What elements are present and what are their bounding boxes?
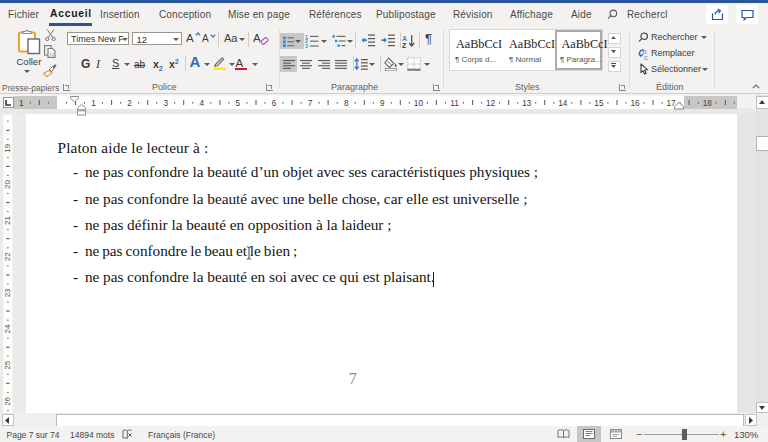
svg-text:7: 7 (308, 98, 313, 107)
svg-text:15: 15 (594, 98, 604, 107)
svg-text:21: 21 (3, 215, 12, 224)
svg-text:A: A (402, 34, 407, 41)
svg-text:16: 16 (630, 98, 640, 107)
svg-text:11: 11 (450, 98, 459, 107)
svg-text:4: 4 (200, 98, 205, 107)
svg-text:2: 2 (127, 98, 132, 107)
svg-text:6: 6 (272, 98, 277, 107)
svg-text:24: 24 (3, 324, 12, 333)
svg-text:3: 3 (305, 43, 308, 48)
svg-text:18: 18 (703, 98, 713, 107)
svg-text:13: 13 (522, 98, 532, 107)
svg-text:c: c (644, 53, 648, 60)
svg-text:8: 8 (344, 98, 349, 107)
svg-text:10: 10 (414, 98, 424, 107)
svg-text:1: 1 (91, 98, 96, 107)
svg-text:22: 22 (3, 251, 12, 260)
svg-text:9: 9 (380, 98, 385, 107)
svg-text:20: 20 (3, 179, 12, 188)
svg-text:3: 3 (163, 98, 168, 107)
svg-text:14: 14 (558, 98, 568, 107)
svg-text:23: 23 (3, 287, 12, 296)
svg-text:Z: Z (402, 42, 407, 48)
svg-text:26: 26 (3, 396, 12, 405)
svg-text:1: 1 (19, 98, 24, 107)
svg-text:19: 19 (3, 143, 12, 152)
svg-text:5: 5 (236, 98, 241, 107)
svg-text:12: 12 (486, 98, 496, 107)
svg-text:25: 25 (3, 360, 12, 369)
